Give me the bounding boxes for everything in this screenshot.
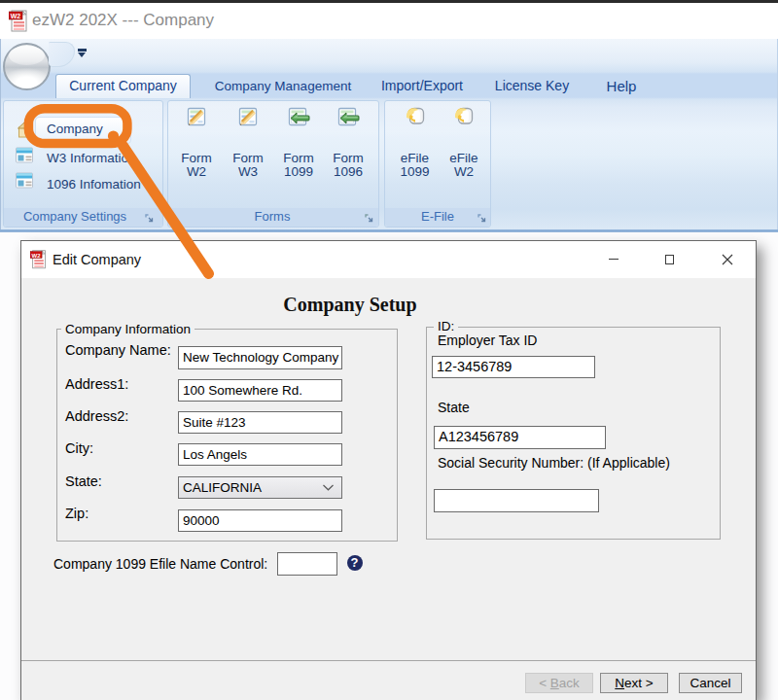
svg-text:W2: W2 <box>31 253 41 259</box>
svg-text:W2: W2 <box>11 13 21 19</box>
